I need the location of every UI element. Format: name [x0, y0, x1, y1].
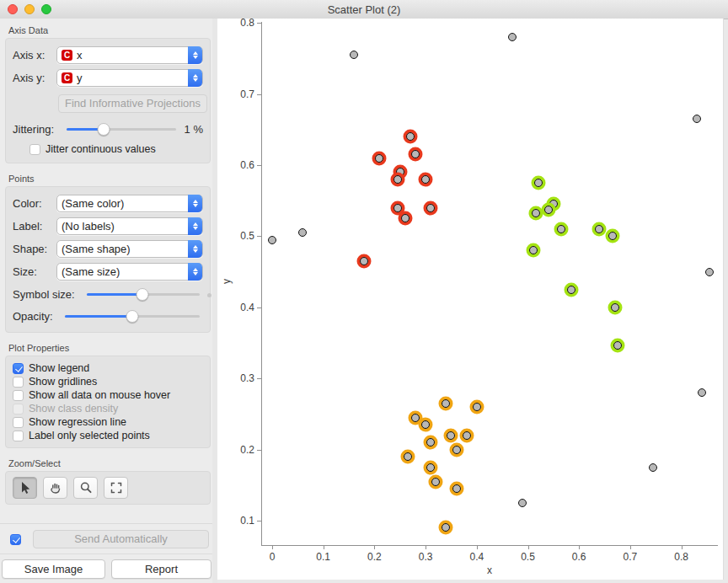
- jittering-slider[interactable]: [67, 123, 176, 136]
- scatter-point[interactable]: [452, 446, 461, 454]
- scatter-point[interactable]: [698, 388, 706, 397]
- scatter-point[interactable]: [447, 431, 455, 440]
- continuous-variable-icon: C: [62, 50, 72, 61]
- scatter-point[interactable]: [649, 463, 657, 472]
- x-tick-label: 0.3: [413, 551, 438, 563]
- color-select[interactable]: (Same color): [56, 195, 203, 212]
- axis-data-group: Axis x: C x Axis y: C y Find Informative…: [5, 38, 211, 163]
- report-button[interactable]: Report: [111, 559, 211, 579]
- scatter-point[interactable]: [404, 452, 412, 461]
- opacity-label: Opacity:: [13, 310, 62, 323]
- scatter-point[interactable]: [567, 286, 575, 294]
- scatter-point[interactable]: [608, 232, 617, 240]
- checkbox-label-only-selected-points[interactable]: Label only selected points: [13, 429, 203, 442]
- scatter-point[interactable]: [613, 341, 622, 350]
- scatter-point[interactable]: [421, 420, 430, 429]
- size-select[interactable]: (Same size): [56, 263, 203, 281]
- scatter-point[interactable]: [442, 523, 450, 532]
- y-tick-label: 0.3: [219, 372, 254, 384]
- pan-tool-button[interactable]: [43, 477, 67, 499]
- scatter-point[interactable]: [298, 228, 307, 237]
- scatter-point[interactable]: [534, 179, 543, 187]
- scatter-point[interactable]: [463, 431, 471, 440]
- checkbox-show-class-density: Show class density: [13, 402, 203, 415]
- checkbox-label: Show all data on mouse hover: [29, 389, 170, 401]
- checkbox-icon[interactable]: [13, 390, 24, 401]
- scatter-point[interactable]: [393, 175, 402, 184]
- axis-y-select[interactable]: C y: [56, 69, 203, 87]
- y-axis-title: y: [221, 275, 233, 287]
- checkbox-icon[interactable]: [13, 431, 24, 441]
- y-tick-label: 0.4: [219, 302, 254, 313]
- checkbox-label: Show class density: [29, 403, 118, 415]
- axis-x-select[interactable]: C x: [56, 46, 203, 64]
- reset-zoom-tool-button[interactable]: [104, 477, 128, 499]
- scatter-point[interactable]: [411, 150, 420, 158]
- fullscreen-button[interactable]: [41, 4, 51, 14]
- jitter-continuous-checkbox[interactable]: [29, 144, 40, 155]
- scatter-point[interactable]: [518, 499, 527, 507]
- checkbox-icon: [13, 404, 24, 415]
- fit-view-icon: [110, 481, 123, 495]
- x-tick: [682, 546, 682, 549]
- symbol-size-label: Symbol size:: [13, 288, 83, 301]
- scatter-point[interactable]: [508, 33, 517, 41]
- scatter-plot-canvas[interactable]: 00.10.20.30.40.50.60.70.80.10.20.30.40.5…: [217, 19, 724, 580]
- zoom-tool-button[interactable]: [73, 477, 98, 499]
- close-button[interactable]: [8, 4, 18, 14]
- scatter-point[interactable]: [426, 438, 435, 447]
- scatter-point[interactable]: [557, 225, 565, 233]
- scatter-point[interactable]: [544, 206, 553, 214]
- axis-x-value: x: [77, 49, 83, 62]
- find-informative-projections-button[interactable]: Find Informative Projections: [58, 94, 207, 113]
- symbol-size-slider[interactable]: [87, 288, 200, 301]
- x-tick-label: 0.4: [464, 551, 490, 563]
- scatter-point[interactable]: [406, 132, 415, 141]
- jitter-continuous-label: Jitter continuous values: [46, 143, 156, 155]
- scatter-point[interactable]: [532, 209, 540, 217]
- scatter-point[interactable]: [595, 225, 603, 233]
- opacity-slider[interactable]: [65, 310, 200, 323]
- scatter-point[interactable]: [411, 414, 420, 422]
- scatter-point[interactable]: [693, 115, 701, 123]
- scatter-point[interactable]: [705, 268, 714, 276]
- window-title: Scatter Plot (2): [328, 3, 401, 16]
- scatter-point[interactable]: [401, 214, 410, 222]
- scatter-point[interactable]: [360, 257, 368, 265]
- checkbox-show-all-data-on-mouse-hover[interactable]: Show all data on mouse hover: [13, 388, 203, 402]
- checkbox-show-regression-line[interactable]: Show regression line: [13, 415, 203, 429]
- scatter-point[interactable]: [529, 246, 538, 254]
- scatter-point[interactable]: [268, 236, 276, 244]
- label-select[interactable]: (No labels): [56, 217, 203, 235]
- checkbox-show-legend[interactable]: Show legend: [13, 361, 203, 375]
- opacity-slider-thumb[interactable]: [126, 310, 139, 323]
- scatter-point[interactable]: [473, 403, 481, 411]
- scatter-point[interactable]: [442, 399, 450, 408]
- dropdown-arrows-icon: [188, 240, 202, 258]
- checkbox-show-gridlines[interactable]: Show gridlines: [13, 375, 203, 388]
- jitter-continuous-checkbox-row[interactable]: Jitter continuous values: [29, 142, 203, 156]
- symbol-size-slider-thumb[interactable]: [136, 288, 148, 301]
- scatter-point[interactable]: [611, 303, 619, 312]
- select-tool-button[interactable]: [13, 477, 37, 499]
- scatter-point[interactable]: [426, 204, 435, 212]
- shape-select[interactable]: (Same shape): [56, 240, 203, 258]
- scatter-point[interactable]: [431, 478, 440, 486]
- jittering-slider-thumb[interactable]: [98, 123, 110, 136]
- checkbox-icon[interactable]: [13, 377, 24, 388]
- scatter-point[interactable]: [421, 175, 430, 184]
- checkbox-icon[interactable]: [13, 417, 24, 428]
- checkbox-icon[interactable]: [13, 363, 24, 374]
- x-tick: [272, 546, 273, 549]
- scatter-point[interactable]: [350, 51, 358, 59]
- scatter-point[interactable]: [393, 204, 402, 212]
- send-automatically-checkbox[interactable]: [10, 534, 21, 545]
- plot-properties-group: Show legendShow gridlinesShow all data o…: [5, 356, 211, 448]
- save-image-button[interactable]: Save Image: [2, 559, 105, 579]
- minimize-button[interactable]: [24, 4, 35, 14]
- x-tick: [630, 546, 631, 549]
- scatter-point[interactable]: [452, 484, 461, 493]
- scatter-point[interactable]: [375, 154, 383, 163]
- scatter-point[interactable]: [426, 463, 435, 472]
- send-automatically-button[interactable]: Send Automatically: [33, 530, 209, 548]
